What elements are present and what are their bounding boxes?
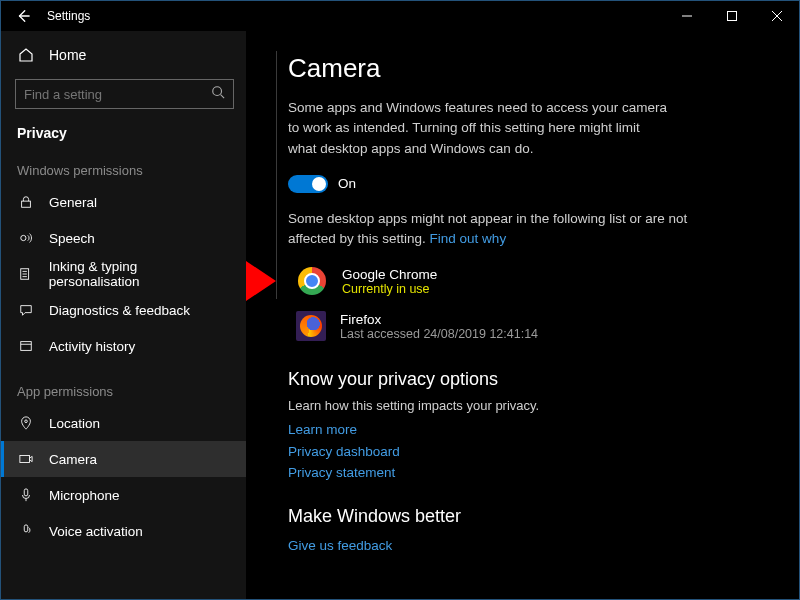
- privacy-options-heading: Know your privacy options: [288, 369, 775, 390]
- camera-icon: [17, 452, 35, 466]
- settings-window: Settings Home: [0, 0, 800, 600]
- back-button[interactable]: [9, 2, 37, 30]
- svg-rect-8: [24, 489, 28, 496]
- inking-icon: [17, 267, 35, 281]
- microphone-icon: [17, 488, 35, 502]
- svg-rect-0: [727, 12, 736, 21]
- arrow-left-icon: [16, 9, 30, 23]
- search-box[interactable]: [15, 79, 234, 109]
- window-body: Home Privacy Windows permissions General…: [1, 31, 799, 599]
- give-feedback-link[interactable]: Give us feedback: [288, 535, 775, 557]
- app-item-chrome: Google Chrome Currently in use: [296, 265, 775, 297]
- privacy-dashboard-link[interactable]: Privacy dashboard: [288, 441, 775, 463]
- app-item-firefox: Firefox Last accessed 24/08/2019 12:41:1…: [296, 311, 775, 341]
- search-input[interactable]: [24, 87, 211, 102]
- sidebar-item-inking[interactable]: Inking & typing personalisation: [1, 256, 246, 292]
- toggle-state-label: On: [338, 176, 356, 191]
- feedback-links: Give us feedback: [288, 535, 775, 557]
- speech-icon: [17, 231, 35, 245]
- privacy-options-sub: Learn how this setting impacts your priv…: [288, 398, 775, 413]
- sidebar-item-speech[interactable]: Speech: [1, 220, 246, 256]
- camera-toggle-row: On: [288, 175, 775, 193]
- privacy-links: Learn more Privacy dashboard Privacy sta…: [288, 419, 775, 484]
- close-button[interactable]: [754, 1, 799, 31]
- apps-list-note: Some desktop apps might not appear in th…: [288, 209, 688, 250]
- chrome-app-icon: [296, 265, 328, 297]
- home-label: Home: [49, 47, 86, 63]
- apps-list: Google Chrome Currently in use Firefox L…: [296, 265, 775, 341]
- sidebar: Home Privacy Windows permissions General…: [1, 31, 246, 599]
- sidebar-item-label: General: [49, 195, 97, 210]
- svg-rect-5: [21, 342, 32, 351]
- sidebar-item-camera[interactable]: Camera: [1, 441, 246, 477]
- sidebar-item-label: Inking & typing personalisation: [49, 259, 230, 289]
- app-name: Google Chrome: [342, 267, 437, 282]
- app-status: Last accessed 24/08/2019 12:41:14: [340, 327, 538, 341]
- sidebar-item-label: Voice activation: [49, 524, 143, 539]
- sidebar-item-diagnostics[interactable]: Diagnostics & feedback: [1, 292, 246, 328]
- page-heading: Camera: [288, 53, 775, 84]
- intro-text: Some apps and Windows features need to a…: [288, 98, 668, 159]
- close-icon: [772, 11, 782, 21]
- sidebar-item-general[interactable]: General: [1, 184, 246, 220]
- sidebar-item-voice[interactable]: Voice activation: [1, 513, 246, 549]
- divider: [276, 51, 277, 299]
- privacy-statement-link[interactable]: Privacy statement: [288, 462, 775, 484]
- location-icon: [17, 416, 35, 430]
- home-icon: [17, 47, 35, 63]
- learn-more-link[interactable]: Learn more: [288, 419, 775, 441]
- lock-icon: [17, 195, 35, 209]
- sidebar-item-label: Diagnostics & feedback: [49, 303, 190, 318]
- camera-toggle[interactable]: [288, 175, 328, 193]
- firefox-app-icon: [296, 311, 326, 341]
- current-section-label: Privacy: [1, 119, 246, 155]
- maximize-button[interactable]: [709, 1, 754, 31]
- maximize-icon: [727, 11, 737, 21]
- sidebar-item-label: Speech: [49, 231, 95, 246]
- group-windows-permissions: Windows permissions: [1, 155, 246, 184]
- svg-rect-7: [20, 456, 30, 463]
- feedback-icon: [17, 303, 35, 317]
- find-out-why-link[interactable]: Find out why: [430, 231, 507, 246]
- make-windows-better-heading: Make Windows better: [288, 506, 775, 527]
- titlebar: Settings: [1, 1, 799, 31]
- sidebar-item-location[interactable]: Location: [1, 405, 246, 441]
- sidebar-item-activity[interactable]: Activity history: [1, 328, 246, 364]
- content-panel: Camera Some apps and Windows features ne…: [246, 31, 799, 599]
- callout-arrow: [246, 261, 276, 301]
- svg-rect-9: [24, 525, 28, 532]
- svg-point-6: [25, 420, 28, 423]
- toggle-knob: [312, 177, 326, 191]
- group-app-permissions: App permissions: [1, 376, 246, 405]
- minimize-button[interactable]: [664, 1, 709, 31]
- window-title: Settings: [47, 9, 90, 23]
- minimize-icon: [682, 11, 692, 21]
- app-status: Currently in use: [342, 282, 437, 296]
- svg-rect-2: [22, 201, 31, 207]
- sidebar-item-label: Location: [49, 416, 100, 431]
- sidebar-item-label: Activity history: [49, 339, 135, 354]
- svg-point-1: [213, 87, 222, 96]
- voice-icon: [17, 524, 35, 538]
- search-icon: [211, 85, 225, 103]
- sidebar-item-label: Camera: [49, 452, 97, 467]
- home-button[interactable]: Home: [1, 37, 246, 73]
- sidebar-item-label: Microphone: [49, 488, 120, 503]
- activity-icon: [17, 339, 35, 353]
- sidebar-item-microphone[interactable]: Microphone: [1, 477, 246, 513]
- app-name: Firefox: [340, 312, 538, 327]
- svg-point-3: [21, 235, 26, 240]
